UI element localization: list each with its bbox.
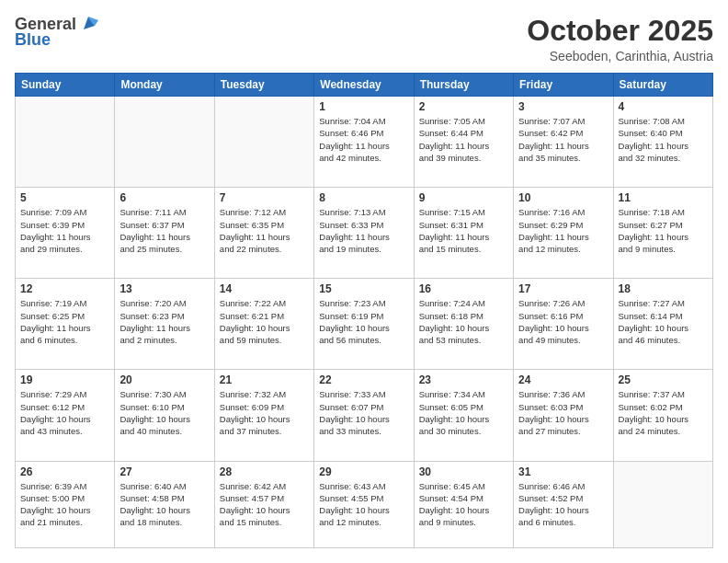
day-number: 11 [619, 191, 708, 204]
title-section: October 2025 Seeboden, Carinthia, Austri… [527, 15, 713, 63]
location: Seeboden, Carinthia, Austria [527, 49, 713, 63]
day-number: 12 [20, 282, 109, 295]
day-info: Sunrise: 7:23 AM Sunset: 6:19 PM Dayligh… [319, 297, 408, 346]
day-number: 6 [119, 191, 209, 204]
calendar-cell [214, 97, 313, 188]
calendar-cell: 19Sunrise: 7:29 AM Sunset: 6:12 PM Dayli… [16, 370, 115, 461]
logo-icon [78, 13, 98, 33]
day-number: 10 [518, 191, 608, 204]
day-info: Sunrise: 7:30 AM Sunset: 6:10 PM Dayligh… [119, 388, 209, 437]
day-info: Sunrise: 7:26 AM Sunset: 6:16 PM Dayligh… [518, 297, 608, 346]
calendar-cell: 23Sunrise: 7:34 AM Sunset: 6:05 PM Dayli… [414, 370, 513, 461]
day-number: 27 [119, 465, 209, 478]
day-info: Sunrise: 7:13 AM Sunset: 6:33 PM Dayligh… [319, 206, 408, 255]
day-number: 21 [220, 373, 309, 386]
calendar-cell [613, 461, 712, 548]
day-number: 1 [319, 100, 408, 113]
calendar-cell: 31Sunrise: 6:46 AM Sunset: 4:52 PM Dayli… [514, 461, 613, 548]
day-header-wednesday: Wednesday [314, 74, 414, 97]
day-info: Sunrise: 7:04 AM Sunset: 6:46 PM Dayligh… [319, 115, 408, 164]
calendar-cell: 28Sunrise: 6:42 AM Sunset: 4:57 PM Dayli… [214, 461, 313, 548]
calendar-cell: 8Sunrise: 7:13 AM Sunset: 6:33 PM Daylig… [314, 188, 414, 279]
day-info: Sunrise: 6:46 AM Sunset: 4:52 PM Dayligh… [518, 480, 608, 529]
calendar-cell: 2Sunrise: 7:05 AM Sunset: 6:44 PM Daylig… [414, 97, 513, 188]
logo-blue: Blue [15, 30, 51, 50]
day-info: Sunrise: 7:11 AM Sunset: 6:37 PM Dayligh… [119, 206, 209, 255]
calendar-cell: 22Sunrise: 7:33 AM Sunset: 6:07 PM Dayli… [314, 370, 414, 461]
calendar-cell: 25Sunrise: 7:37 AM Sunset: 6:02 PM Dayli… [613, 370, 712, 461]
day-number: 29 [319, 465, 408, 478]
day-header-friday: Friday [514, 74, 613, 97]
day-header-tuesday: Tuesday [214, 74, 313, 97]
day-info: Sunrise: 7:32 AM Sunset: 6:09 PM Dayligh… [220, 388, 309, 437]
calendar-cell: 27Sunrise: 6:40 AM Sunset: 4:58 PM Dayli… [115, 461, 214, 548]
day-info: Sunrise: 7:37 AM Sunset: 6:02 PM Dayligh… [619, 388, 708, 437]
day-info: Sunrise: 7:19 AM Sunset: 6:25 PM Dayligh… [20, 297, 109, 346]
calendar-cell: 5Sunrise: 7:09 AM Sunset: 6:39 PM Daylig… [16, 188, 115, 279]
day-number: 8 [319, 191, 408, 204]
day-number: 28 [220, 465, 309, 478]
day-number: 23 [419, 373, 508, 386]
calendar-cell: 24Sunrise: 7:36 AM Sunset: 6:03 PM Dayli… [514, 370, 613, 461]
calendar-cell: 15Sunrise: 7:23 AM Sunset: 6:19 PM Dayli… [314, 279, 414, 370]
calendar-cell: 26Sunrise: 6:39 AM Sunset: 5:00 PM Dayli… [16, 461, 115, 548]
day-info: Sunrise: 7:34 AM Sunset: 6:05 PM Dayligh… [419, 388, 508, 437]
calendar-cell: 4Sunrise: 7:08 AM Sunset: 6:40 PM Daylig… [613, 97, 712, 188]
day-info: Sunrise: 6:39 AM Sunset: 5:00 PM Dayligh… [20, 480, 109, 529]
day-number: 19 [20, 373, 109, 386]
calendar-cell [16, 97, 115, 188]
day-number: 17 [518, 282, 608, 295]
day-number: 9 [419, 191, 508, 204]
calendar-table: SundayMondayTuesdayWednesdayThursdayFrid… [15, 73, 713, 548]
calendar-week-4: 26Sunrise: 6:39 AM Sunset: 5:00 PM Dayli… [16, 461, 713, 548]
day-number: 22 [319, 373, 408, 386]
day-number: 14 [220, 282, 309, 295]
day-header-thursday: Thursday [414, 74, 513, 97]
day-info: Sunrise: 7:36 AM Sunset: 6:03 PM Dayligh… [518, 388, 608, 437]
calendar-cell: 6Sunrise: 7:11 AM Sunset: 6:37 PM Daylig… [115, 188, 214, 279]
day-header-monday: Monday [115, 74, 214, 97]
day-info: Sunrise: 7:27 AM Sunset: 6:14 PM Dayligh… [619, 297, 708, 346]
day-number: 16 [419, 282, 508, 295]
day-number: 15 [319, 282, 408, 295]
day-info: Sunrise: 7:22 AM Sunset: 6:21 PM Dayligh… [220, 297, 309, 346]
day-number: 7 [220, 191, 309, 204]
calendar-cell: 3Sunrise: 7:07 AM Sunset: 6:42 PM Daylig… [514, 97, 613, 188]
day-info: Sunrise: 7:18 AM Sunset: 6:27 PM Dayligh… [619, 206, 708, 255]
month-title: October 2025 [527, 15, 713, 47]
header: General Blue October 2025 Seeboden, Cari… [15, 15, 713, 63]
calendar-cell: 20Sunrise: 7:30 AM Sunset: 6:10 PM Dayli… [115, 370, 214, 461]
calendar-week-0: 1Sunrise: 7:04 AM Sunset: 6:46 PM Daylig… [16, 97, 713, 188]
calendar-cell: 18Sunrise: 7:27 AM Sunset: 6:14 PM Dayli… [613, 279, 712, 370]
calendar-cell: 7Sunrise: 7:12 AM Sunset: 6:35 PM Daylig… [214, 188, 313, 279]
day-info: Sunrise: 6:40 AM Sunset: 4:58 PM Dayligh… [119, 480, 209, 529]
day-header-saturday: Saturday [613, 74, 712, 97]
day-number: 3 [518, 100, 608, 113]
day-info: Sunrise: 7:24 AM Sunset: 6:18 PM Dayligh… [419, 297, 508, 346]
calendar-cell: 17Sunrise: 7:26 AM Sunset: 6:16 PM Dayli… [514, 279, 613, 370]
calendar-cell: 14Sunrise: 7:22 AM Sunset: 6:21 PM Dayli… [214, 279, 313, 370]
day-number: 24 [518, 373, 608, 386]
page: General Blue October 2025 Seeboden, Cari… [0, 0, 728, 563]
calendar-cell: 16Sunrise: 7:24 AM Sunset: 6:18 PM Dayli… [414, 279, 513, 370]
calendar-cell: 21Sunrise: 7:32 AM Sunset: 6:09 PM Dayli… [214, 370, 313, 461]
calendar-cell: 13Sunrise: 7:20 AM Sunset: 6:23 PM Dayli… [115, 279, 214, 370]
calendar-week-1: 5Sunrise: 7:09 AM Sunset: 6:39 PM Daylig… [16, 188, 713, 279]
calendar-cell: 29Sunrise: 6:43 AM Sunset: 4:55 PM Dayli… [314, 461, 414, 548]
calendar-cell: 10Sunrise: 7:16 AM Sunset: 6:29 PM Dayli… [514, 188, 613, 279]
day-number: 4 [619, 100, 708, 113]
calendar-cell: 30Sunrise: 6:45 AM Sunset: 4:54 PM Dayli… [414, 461, 513, 548]
day-number: 20 [119, 373, 209, 386]
calendar-cell [115, 97, 214, 188]
day-number: 5 [20, 191, 109, 204]
calendar-week-3: 19Sunrise: 7:29 AM Sunset: 6:12 PM Dayli… [16, 370, 713, 461]
day-info: Sunrise: 7:15 AM Sunset: 6:31 PM Dayligh… [419, 206, 508, 255]
day-info: Sunrise: 7:05 AM Sunset: 6:44 PM Dayligh… [419, 115, 508, 164]
calendar-week-2: 12Sunrise: 7:19 AM Sunset: 6:25 PM Dayli… [16, 279, 713, 370]
day-number: 18 [619, 282, 708, 295]
day-info: Sunrise: 7:29 AM Sunset: 6:12 PM Dayligh… [20, 388, 109, 437]
calendar-cell: 12Sunrise: 7:19 AM Sunset: 6:25 PM Dayli… [16, 279, 115, 370]
day-info: Sunrise: 6:42 AM Sunset: 4:57 PM Dayligh… [220, 480, 309, 529]
day-info: Sunrise: 7:08 AM Sunset: 6:40 PM Dayligh… [619, 115, 708, 164]
logo: General Blue [15, 15, 98, 50]
